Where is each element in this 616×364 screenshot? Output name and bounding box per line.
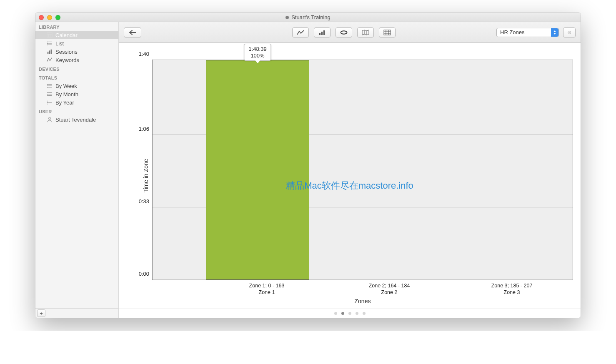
section-header-devices: DEVICES (35, 64, 118, 73)
svg-point-17 (47, 85, 48, 86)
lap-view-button[interactable] (336, 27, 352, 37)
page-dot[interactable] (334, 312, 337, 315)
svg-point-18 (47, 87, 48, 88)
bar-slot-zone1: 1:48:39 100% (206, 60, 328, 280)
sidebar: LIBRARY Calendar List Sessions (35, 22, 119, 318)
toolbar: HR Zones (119, 22, 581, 43)
bar-slot-zone2 (328, 60, 450, 280)
zones-dropdown[interactable]: HR Zones (496, 28, 559, 37)
sidebar-item-user[interactable]: Stuart Tevendale (35, 115, 118, 124)
svg-point-9 (47, 45, 48, 45)
x-label-zone1: Zone 1; 0 - 163 Zone 1 (205, 282, 328, 296)
sidebar-item-sessions[interactable]: Sessions (35, 47, 118, 56)
x-axis-labels: Zone 1; 0 - 163 Zone 1 Zone 2; 164 - 184… (205, 282, 573, 296)
main-content: HR Zones Time in Zone 0:00 0:33 (119, 22, 581, 318)
svg-point-31 (48, 117, 50, 120)
sidebar-item-by-month[interactable]: By Month (35, 90, 118, 98)
svg-line-48 (568, 31, 568, 32)
sidebar-item-label: Calendar (55, 32, 78, 38)
y-tick: 0:00 (139, 271, 149, 277)
settings-button[interactable] (563, 27, 576, 37)
svg-point-22 (47, 92, 48, 93)
svg-point-30 (47, 104, 48, 105)
user-icon (46, 117, 53, 122)
svg-rect-11 (49, 50, 50, 54)
document-proxy-icon (285, 16, 289, 19)
y-tick: 1:06 (139, 125, 149, 132)
line-chart-view-button[interactable] (292, 27, 309, 37)
section-header-totals: TOTALS (35, 73, 118, 82)
back-button[interactable] (124, 27, 141, 37)
bar-slot-zone3 (451, 60, 573, 280)
page-dot[interactable] (356, 312, 358, 315)
bar-tooltip: 1:48:39 100% (244, 44, 271, 61)
svg-point-35 (341, 31, 347, 34)
sidebar-item-label: By Year (55, 100, 74, 106)
sessions-icon (46, 49, 53, 55)
section-header-user: USER (35, 107, 118, 115)
svg-point-16 (47, 84, 48, 85)
sidebar-item-list[interactable]: List (35, 39, 118, 47)
titlebar: Stuart's Training (35, 13, 581, 22)
svg-point-8 (47, 43, 48, 44)
page-dot[interactable] (341, 312, 344, 315)
window-title: Stuart's Training (291, 14, 331, 20)
bar-chart-view-button[interactable] (314, 27, 331, 37)
list-icon (46, 91, 53, 97)
y-axis-label: Time in Zone (143, 159, 149, 192)
sidebar-item-keywords[interactable]: Keywords (35, 56, 118, 64)
zoom-window-button[interactable] (55, 15, 60, 20)
svg-point-29 (47, 102, 48, 103)
sidebar-item-by-year[interactable]: By Year (35, 98, 118, 107)
page-dot[interactable] (348, 312, 351, 315)
traffic-lights (39, 15, 60, 20)
svg-line-51 (570, 31, 571, 32)
svg-rect-32 (319, 33, 321, 35)
sidebar-item-by-week[interactable]: By Week (35, 82, 118, 90)
tooltip-time: 1:48:39 (248, 46, 266, 52)
page-indicator (119, 309, 581, 318)
sidebar-item-label: By Week (55, 83, 77, 89)
page-dot[interactable] (363, 312, 366, 315)
list-icon (46, 83, 53, 89)
svg-rect-34 (323, 30, 325, 35)
x-label-zone2: Zone 2; 164 - 184 Zone 2 (328, 282, 451, 296)
sidebar-item-label: Sessions (55, 49, 78, 55)
calendar-icon (46, 32, 53, 38)
dropdown-selected-label: HR Zones (500, 29, 525, 35)
svg-point-24 (47, 95, 48, 96)
add-button[interactable]: + (37, 309, 45, 317)
table-view-button[interactable] (379, 27, 396, 37)
app-window: Stuart's Training LIBRARY Calendar List (35, 12, 581, 318)
svg-rect-12 (51, 50, 52, 54)
y-tick: 0:33 (139, 198, 149, 204)
map-view-button[interactable] (357, 27, 374, 37)
close-window-button[interactable] (39, 15, 44, 20)
svg-rect-10 (48, 52, 49, 54)
list-icon (46, 100, 53, 105)
svg-point-23 (47, 94, 48, 95)
minimize-window-button[interactable] (47, 15, 52, 20)
section-header-library: LIBRARY (35, 22, 118, 31)
keywords-icon (46, 57, 53, 63)
chevron-updown-icon (551, 28, 558, 37)
sidebar-item-label: Keywords (55, 57, 79, 63)
zone1-bar[interactable]: 1:48:39 100% (206, 60, 309, 280)
y-tick: 1:40 (139, 51, 149, 57)
sidebar-item-label: Stuart Tevendale (55, 117, 96, 123)
x-axis-title: Zones (152, 298, 573, 304)
svg-rect-0 (47, 33, 52, 37)
sidebar-item-label: By Month (55, 91, 78, 97)
svg-point-28 (47, 101, 48, 102)
x-label-zone3: Zone 3; 185 - 207 Zone 3 (451, 282, 573, 296)
sidebar-item-calendar[interactable]: Calendar (35, 31, 118, 39)
plot-area: 0:00 0:33 1:06 1:40 1:48:39 100% (152, 60, 573, 280)
svg-point-43 (569, 32, 570, 33)
svg-point-7 (47, 42, 48, 42)
svg-rect-33 (321, 32, 323, 35)
tooltip-percent: 100% (248, 52, 266, 59)
list-icon (46, 40, 53, 46)
svg-line-49 (570, 33, 571, 33)
svg-line-50 (568, 33, 568, 33)
sidebar-item-label: List (55, 40, 64, 47)
